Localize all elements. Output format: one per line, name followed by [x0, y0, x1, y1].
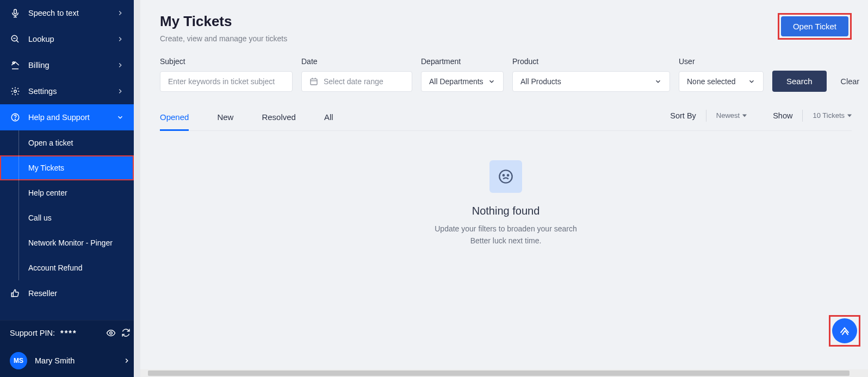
- sidebar-item-label: Billing: [28, 61, 49, 70]
- filter-date-input[interactable]: Select date range: [301, 71, 412, 92]
- floating-action-button[interactable]: [832, 318, 857, 343]
- eye-icon[interactable]: [106, 328, 116, 338]
- tab-label: Opened: [160, 112, 189, 122]
- show-value: 10 Tickets: [813, 111, 845, 120]
- tab-resolved[interactable]: Resolved: [262, 107, 296, 130]
- support-pin-row: Support PIN: ****: [0, 320, 140, 345]
- filter-subject-input[interactable]: [168, 77, 284, 86]
- sidebar-item-label: Reseller: [28, 289, 57, 298]
- chevron-right-icon: [116, 35, 124, 43]
- sidebar-item-label: Lookup: [28, 35, 54, 43]
- svg-line-5: [16, 40, 18, 42]
- filter-user-select[interactable]: None selected: [679, 71, 764, 92]
- support-pin-value: ****: [60, 329, 77, 337]
- svg-point-11: [110, 332, 113, 335]
- sidebar: Speech to text Lookup $ Billing: [0, 0, 140, 377]
- tab-all[interactable]: All: [324, 107, 333, 130]
- tab-opened[interactable]: Opened: [160, 107, 189, 130]
- filter-department-label: Department: [421, 57, 504, 66]
- filter-product-label: Product: [512, 57, 670, 66]
- tabs-row: Opened New Resolved All Sort By Newest S…: [160, 107, 852, 131]
- filter-department-value: All Departments: [429, 77, 483, 86]
- scrollbar-thumb[interactable]: [148, 370, 850, 376]
- sidebar-item-help-support[interactable]: Help and Support: [0, 104, 134, 130]
- filter-department-select[interactable]: All Departments: [421, 71, 504, 92]
- sidebar-sub-label: Account Refund: [28, 263, 83, 272]
- thumbs-up-icon: [10, 288, 21, 299]
- empty-state: Nothing found Update your filters to bro…: [160, 160, 852, 247]
- chat-icon: [839, 325, 851, 337]
- svg-rect-12: [311, 79, 317, 85]
- user-name: Mary Smith: [35, 356, 75, 365]
- sortby-value: Newest: [716, 111, 740, 120]
- page-subtitle: Create, view and manage your tickets: [160, 34, 287, 43]
- svg-point-10: [15, 119, 15, 120]
- sidebar-item-settings[interactable]: Settings: [0, 78, 134, 104]
- filter-product-value: All Products: [520, 77, 561, 86]
- tab-label: Resolved: [262, 112, 296, 122]
- chevron-right-icon: [116, 87, 124, 95]
- user-menu[interactable]: MS Mary Smith: [0, 345, 140, 377]
- divider: [802, 110, 803, 122]
- sortby-label: Sort By: [670, 111, 696, 120]
- sidebar-bottom: Support PIN: **** MS Mary Smith: [0, 320, 140, 377]
- sidebar-sub-label: My Tickets: [28, 164, 64, 172]
- sidebar-sub-network-monitor[interactable]: Network Monitor - Pinger: [0, 230, 134, 255]
- support-pin-label: Support PIN:: [10, 329, 55, 337]
- sidebar-submenu: Open a ticket My Tickets Help center Cal…: [0, 130, 140, 280]
- sidebar-scrollbar[interactable]: [134, 0, 140, 377]
- divider: [706, 110, 706, 122]
- sad-face-icon: [498, 169, 513, 184]
- sidebar-sub-label: Network Monitor - Pinger: [28, 238, 113, 247]
- chevron-down-icon: [748, 78, 755, 85]
- billing-icon: $: [10, 60, 21, 71]
- sidebar-sub-label: Help center: [28, 188, 67, 197]
- sidebar-sub-label: Open a ticket: [28, 139, 73, 147]
- svg-point-8: [14, 90, 17, 93]
- filter-subject-input-wrap[interactable]: [160, 71, 293, 92]
- sidebar-item-lookup[interactable]: Lookup: [0, 26, 134, 52]
- sidebar-sub-open-ticket[interactable]: Open a ticket: [0, 130, 134, 155]
- caret-down-icon: [847, 114, 852, 118]
- horizontal-scrollbar[interactable]: [140, 369, 868, 377]
- sidebar-sub-account-refund[interactable]: Account Refund: [0, 255, 134, 280]
- show-dropdown[interactable]: 10 Tickets: [813, 111, 852, 120]
- sortby-dropdown[interactable]: Newest: [716, 111, 747, 120]
- mic-icon: [10, 8, 21, 18]
- open-ticket-button[interactable]: Open Ticket: [781, 16, 848, 36]
- tab-label: New: [217, 112, 233, 122]
- filter-product-select[interactable]: All Products: [512, 71, 670, 92]
- tab-label: All: [324, 112, 333, 122]
- page-header: My Tickets Create, view and manage your …: [160, 13, 852, 43]
- sidebar-item-billing[interactable]: $ Billing: [0, 52, 134, 78]
- help-circle-icon: [10, 112, 21, 123]
- sidebar-item-speech-to-text[interactable]: Speech to text: [0, 0, 134, 26]
- sidebar-item-reseller[interactable]: Reseller: [0, 280, 134, 306]
- empty-text: Update your filters to broaden your sear…: [435, 223, 576, 247]
- sidebar-item-label: Speech to text: [28, 9, 79, 17]
- fab-highlight: [829, 315, 860, 347]
- sidebar-sub-help-center[interactable]: Help center: [0, 180, 134, 205]
- show-label: Show: [773, 111, 792, 120]
- avatar-initials: MS: [14, 357, 23, 365]
- calendar-icon: [309, 77, 318, 86]
- tab-new[interactable]: New: [217, 107, 233, 130]
- sidebar-sub-call-us[interactable]: Call us: [0, 205, 134, 230]
- filter-date-placeholder: Select date range: [324, 77, 404, 86]
- avatar: MS: [10, 352, 27, 369]
- empty-icon-box: [489, 160, 522, 193]
- svg-point-18: [507, 175, 509, 176]
- page-title: My Tickets: [160, 13, 287, 30]
- refresh-icon[interactable]: [121, 328, 131, 338]
- open-ticket-highlight: Open Ticket: [778, 13, 852, 40]
- chevron-down-icon: [488, 78, 495, 85]
- clear-link[interactable]: Clear: [835, 71, 860, 92]
- chevron-right-icon: [116, 61, 124, 69]
- filters-row: Subject Date Select date range Departmen…: [160, 57, 852, 92]
- sidebar-item-label: Help and Support: [28, 113, 90, 122]
- chevron-down-icon: [116, 114, 124, 121]
- chevron-down-icon: [654, 78, 662, 85]
- search-button[interactable]: Search: [772, 71, 827, 92]
- sidebar-sub-my-tickets[interactable]: My Tickets: [0, 155, 134, 180]
- filter-user-label: User: [679, 57, 764, 66]
